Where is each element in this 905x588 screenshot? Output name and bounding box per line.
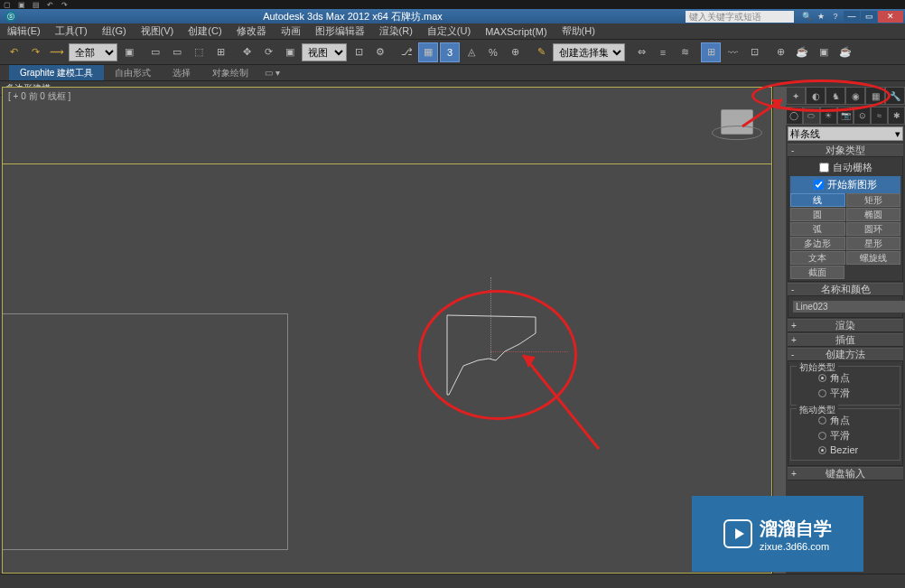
tab-freeform[interactable]: 自由形式 [104, 65, 162, 80]
menu-create[interactable]: 创建(C) [181, 23, 229, 39]
minimize-button[interactable]: — [844, 11, 860, 23]
qa-save-icon[interactable]: ▤ [33, 1, 42, 8]
minus-icon: - [791, 145, 794, 155]
menu-view[interactable]: 视图(V) [134, 23, 182, 39]
subtab-spacewarps-icon[interactable]: ≈ [871, 107, 888, 125]
main-toolbar: ↶ ↷ ⟿ 全部 ▣ ▭ ▭ ⬚ ⊞ ✥ ⟳ ▣ 视图 ⊡ ⚙ ⎇ ▦ 3 ◬ … [0, 40, 905, 65]
object-name-input[interactable] [792, 300, 905, 313]
watermark-play-icon [723, 519, 752, 548]
render-icon[interactable]: ☕ [835, 42, 855, 62]
star-icon[interactable]: ★ [815, 11, 827, 23]
menu-customize[interactable]: 自定义(U) [420, 23, 478, 39]
help-icon[interactable]: ? [829, 11, 842, 23]
tab-objectpaint[interactable]: 对象绘制 [201, 65, 259, 80]
qa-new-icon[interactable]: ▢ [4, 1, 13, 8]
select-filter-icon[interactable]: ▣ [119, 42, 139, 62]
edit-named-icon[interactable]: ✎ [531, 42, 551, 62]
menu-maxscript[interactable]: MAXScript(M) [478, 23, 554, 39]
arc-button[interactable]: 弧 [790, 222, 845, 236]
star-button[interactable]: 星形 [846, 237, 901, 250]
align-icon[interactable]: ≡ [653, 42, 673, 62]
rollout-interp[interactable]: + 插值 [788, 333, 903, 347]
percent-snap-icon[interactable]: % [483, 42, 503, 62]
search-icon[interactable]: 🔍 [800, 11, 813, 23]
menu-group[interactable]: 组(G) [95, 23, 134, 39]
menu-modifiers[interactable]: 修改器 [229, 23, 274, 39]
app-icon[interactable]: ⓢ [5, 11, 16, 22]
curve-editor-icon[interactable]: 〰 [723, 42, 742, 62]
subtab-systems-icon[interactable]: ✱ [888, 107, 905, 125]
layers-icon[interactable]: ≋ [675, 42, 695, 62]
line-button[interactable]: 线 [790, 193, 845, 207]
snap-toggle-icon[interactable]: ▦ [418, 42, 438, 62]
watermark-title: 溜溜自学 [760, 517, 832, 541]
category-dropdown[interactable]: 样条线▾ [788, 126, 903, 141]
autogrid-label: 自动栅格 [833, 161, 872, 174]
qa-redo-icon[interactable]: ↷ [61, 1, 70, 8]
viewport[interactable]: [ + 0 前 0 线框 ] [2, 87, 772, 574]
helix-button[interactable]: 螺旋线 [846, 251, 901, 265]
redo-icon[interactable]: ↷ [25, 42, 45, 62]
select-region-icon[interactable]: ⬚ [189, 42, 209, 62]
material-editor-icon[interactable]: ⊕ [770, 42, 790, 62]
rollout-create-method[interactable]: - 创建方法 [788, 348, 903, 361]
menu-grapheditors[interactable]: 图形编辑器 [308, 23, 372, 39]
rollout-render[interactable]: + 渲染 [788, 319, 903, 332]
link-icon[interactable]: ⟿ [47, 42, 67, 62]
drag-type-group: 拖动类型 [797, 404, 838, 416]
menu-edit[interactable]: 编辑(E) [0, 23, 48, 39]
menu-animation[interactable]: 动画 [274, 23, 308, 39]
rectangle-button[interactable]: 矩形 [846, 193, 901, 207]
manip-icon[interactable]: ⚙ [370, 42, 390, 62]
ngon-button[interactable]: 多边形 [790, 237, 845, 250]
named-selset-select[interactable]: 创建选择集 [553, 43, 625, 61]
search-input[interactable]: 键入关键字或短语 [686, 11, 794, 23]
rollout-name-color[interactable]: - 名称和颜色 [788, 283, 903, 296]
render-setup-icon[interactable]: ☕ [792, 42, 812, 62]
qa-undo-icon[interactable]: ↶ [47, 1, 56, 8]
tab-graphite[interactable]: Graphite 建模工具 [9, 65, 104, 80]
autogrid-checkbox[interactable] [819, 163, 829, 173]
move-icon[interactable]: ✥ [237, 42, 257, 62]
snap-3-icon[interactable]: 3 [440, 42, 460, 62]
schematic-icon[interactable]: ⊡ [744, 42, 764, 62]
select-icon[interactable]: ▭ [145, 42, 165, 62]
rotate-icon[interactable]: ⟳ [258, 42, 278, 62]
viewport-label[interactable]: [ + 0 前 0 线框 ] [8, 90, 70, 103]
rollout-object-type[interactable]: - 对象类型 [788, 144, 903, 157]
render-frame-icon[interactable]: ▣ [814, 42, 834, 62]
section-button[interactable]: 截面 [790, 266, 844, 279]
rollout-keyboard[interactable]: + 键盘输入 [788, 467, 903, 481]
ellipse-button[interactable]: 椭圆 [846, 208, 901, 221]
layer-select[interactable]: 全部 [69, 43, 117, 61]
spinner-snap-icon[interactable]: ⊕ [505, 42, 525, 62]
undo-icon[interactable]: ↶ [4, 42, 23, 62]
donut-button[interactable]: 圆环 [846, 222, 901, 236]
tab-selection[interactable]: 选择 [162, 65, 201, 80]
scale-icon[interactable]: ▣ [280, 42, 300, 62]
drag-bezier-radio[interactable]: Bezier [797, 443, 894, 456]
menu-render[interactable]: 渲染(R) [372, 23, 420, 39]
mirror-icon[interactable]: ⇔ [631, 42, 651, 62]
viewcube-ring[interactable] [712, 126, 762, 140]
select-name-icon[interactable]: ▭ [167, 42, 187, 62]
menubar: 编辑(E) 工具(T) 组(G) 视图(V) 创建(C) 修改器 动画 图形编辑… [0, 23, 905, 40]
angle-snap-icon[interactable]: ◬ [462, 42, 481, 62]
text-button[interactable]: 文本 [790, 251, 845, 265]
close-button[interactable]: ✕ [878, 11, 903, 23]
initial-smooth-radio[interactable]: 平滑 [797, 386, 894, 401]
pivot-icon[interactable]: ⊡ [349, 42, 369, 62]
drag-smooth-radio[interactable]: 平滑 [797, 428, 894, 443]
refcoord-select[interactable]: 视图 [302, 43, 347, 61]
window-cross-icon[interactable]: ⊞ [210, 42, 230, 62]
plus-icon: + [791, 335, 797, 345]
menu-tools[interactable]: 工具(T) [48, 23, 95, 39]
keymode-icon[interactable]: ⎇ [397, 42, 416, 62]
maximize-button[interactable]: ▭ [861, 11, 877, 23]
circle-button[interactable]: 圆 [790, 208, 845, 221]
graphite-toggle-icon[interactable]: ⊞ [701, 42, 721, 62]
menu-help[interactable]: 帮助(H) [555, 23, 602, 39]
startnew-checkbox[interactable] [814, 180, 824, 190]
ribbon-expand-icon[interactable]: ▭ ▾ [259, 65, 285, 80]
qa-open-icon[interactable]: ▣ [18, 1, 27, 8]
